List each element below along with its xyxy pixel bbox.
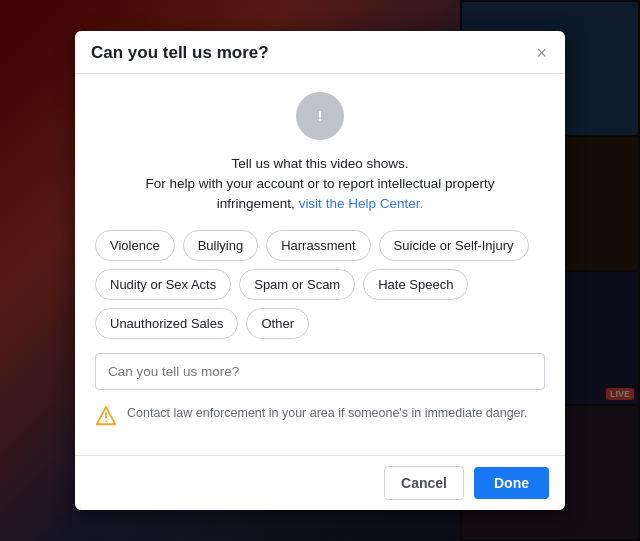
tag-button[interactable]: Harrassment <box>266 230 370 261</box>
tag-button[interactable]: Other <box>246 308 309 339</box>
tag-button[interactable]: Spam or Scam <box>239 269 355 300</box>
tag-button[interactable]: Hate Speech <box>363 269 468 300</box>
description-line2: For help with your account or to report … <box>146 176 495 191</box>
modal-header: Can you tell us more? × <box>75 31 565 74</box>
exclamation-icon: ! <box>307 103 333 129</box>
tag-button[interactable]: Unauthorized Sales <box>95 308 238 339</box>
tag-button[interactable]: Violence <box>95 230 175 261</box>
warning-text: Contact law enforcement in your area if … <box>127 404 528 423</box>
done-button[interactable]: Done <box>474 467 549 499</box>
svg-point-4 <box>105 421 107 423</box>
warning-area: Contact law enforcement in your area if … <box>95 404 545 441</box>
warning-icon <box>95 405 117 427</box>
modal-body: ! Tell us what this video shows. For hel… <box>75 74 565 456</box>
tag-button[interactable]: Bullying <box>183 230 259 261</box>
svg-text:!: ! <box>317 107 322 124</box>
description-line3: infringement, <box>217 196 295 211</box>
modal-description: Tell us what this video shows. For help … <box>95 154 545 215</box>
modal-title: Can you tell us more? <box>91 43 269 63</box>
tag-button[interactable]: Suicide or Self-Injury <box>379 230 529 261</box>
modal-overlay: Can you tell us more? × ! Tell us what t… <box>0 0 640 541</box>
more-info-input[interactable] <box>95 353 545 390</box>
help-center-link[interactable]: visit the Help Center. <box>299 196 424 211</box>
cancel-button[interactable]: Cancel <box>384 466 464 500</box>
icon-area: ! <box>95 92 545 140</box>
close-button[interactable]: × <box>534 44 549 62</box>
report-icon: ! <box>296 92 344 140</box>
modal-footer: Cancel Done <box>75 455 565 510</box>
tags-container: ViolenceBullyingHarrassmentSuicide or Se… <box>95 230 545 339</box>
tag-button[interactable]: Nudity or Sex Acts <box>95 269 231 300</box>
description-line1: Tell us what this video shows. <box>231 156 408 171</box>
report-modal: Can you tell us more? × ! Tell us what t… <box>75 31 565 511</box>
